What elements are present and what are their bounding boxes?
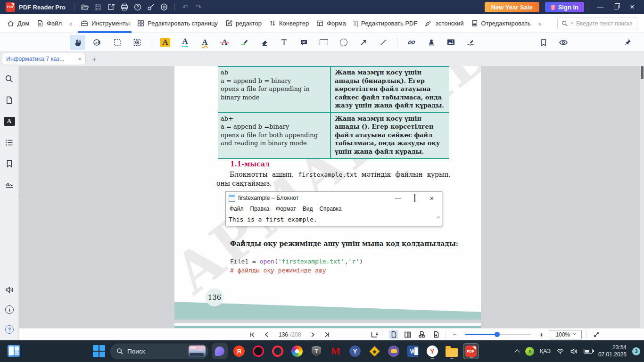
y-blue-app-button[interactable]: Y	[347, 343, 363, 359]
tray-overflow-chevron-icon[interactable]	[515, 349, 520, 354]
sidebar-help-button[interactable]: ?	[3, 323, 16, 336]
stamp-button[interactable]	[423, 35, 439, 50]
menu-form[interactable]: Форма	[316, 14, 346, 33]
color-wheel-app-button[interactable]	[289, 343, 305, 359]
yandex-browser-button[interactable]: Y	[424, 343, 440, 359]
sidebar-outline-button[interactable]	[3, 136, 16, 148]
search-input[interactable]	[576, 20, 632, 27]
link-button[interactable]	[404, 35, 419, 50]
menu-home[interactable]: Дом	[7, 14, 29, 33]
sign-in-button[interactable]: Sign in	[545, 2, 584, 12]
menu-converter[interactable]: Конвертер	[269, 14, 309, 33]
word-button[interactable]: W	[405, 343, 421, 359]
eraser-button[interactable]	[256, 35, 272, 50]
sidebar-search-button[interactable]	[3, 73, 16, 85]
menu-scroll-left-icon[interactable]: ‹	[69, 19, 73, 27]
scrollbar-thumb[interactable]	[641, 66, 644, 79]
fullscreen-button[interactable]	[592, 330, 601, 339]
restore-button[interactable]	[608, 1, 624, 13]
zoom-out-button[interactable]: −	[451, 330, 458, 338]
read-aloud-button[interactable]: a	[90, 35, 105, 50]
opera-button[interactable]	[270, 343, 286, 359]
close-button[interactable]: ×	[624, 1, 640, 13]
help-button[interactable]	[131, 1, 144, 13]
line-shape-button[interactable]	[375, 35, 391, 50]
bookmark-button[interactable]	[536, 35, 551, 50]
two-page-view-button[interactable]	[403, 330, 413, 339]
hand-tool-button[interactable]	[70, 35, 85, 50]
sidebar-bookmarks-button[interactable]	[3, 157, 16, 170]
marquee-select-button[interactable]	[109, 35, 125, 50]
rectangle-shape-button[interactable]	[316, 35, 331, 50]
zoom-slider[interactable]	[465, 334, 531, 335]
sidebar-thumbnails-button[interactable]	[3, 94, 16, 106]
current-page-value[interactable]: 136	[279, 331, 288, 338]
menu-edit-pdf[interactable]: T|Редактировать PDF	[353, 14, 418, 33]
image-button[interactable]	[443, 35, 459, 50]
circle-shape-button[interactable]	[336, 35, 351, 50]
first-page-button[interactable]	[248, 330, 257, 339]
squiggly-underline-button[interactable]: A	[197, 35, 213, 50]
text-tool-button[interactable]: T	[276, 35, 292, 50]
zoom-slider-knob[interactable]	[495, 332, 500, 337]
menu-scroll-right-icon[interactable]: ›	[538, 19, 542, 27]
yandex-app-button[interactable]: Я	[231, 343, 247, 359]
widgets-button[interactable]	[8, 345, 20, 357]
arrow-shape-button[interactable]: ↗	[355, 35, 371, 50]
previous-page-button[interactable]	[262, 330, 271, 339]
share-button[interactable]	[105, 1, 118, 13]
new-year-sale-button[interactable]: New Year Sale	[485, 2, 539, 12]
pdf-reader-taskbar-button[interactable]: PDF	[463, 343, 479, 359]
gamepad-app-button[interactable]	[386, 343, 402, 359]
signature-button[interactable]	[463, 35, 479, 50]
antivirus-tray-icon[interactable]: +	[525, 347, 534, 356]
pin-toolbar-button[interactable]	[620, 35, 636, 50]
menu-file[interactable]: Файл	[36, 14, 62, 33]
file-explorer-button[interactable]	[444, 343, 460, 359]
view-eye-button[interactable]	[555, 35, 571, 50]
vertical-scrollbar[interactable]	[640, 66, 644, 328]
sidebar-signature-button[interactable]	[3, 179, 16, 191]
language-indicator[interactable]: ҚАЗ	[540, 348, 551, 354]
clock[interactable]: 23:54 07.01.2025	[598, 344, 627, 358]
freehand-pen-button[interactable]	[237, 35, 252, 50]
m-app-button[interactable]: М	[328, 343, 344, 359]
continuous-scroll-button[interactable]	[431, 330, 441, 339]
password-key-button[interactable]	[144, 1, 157, 13]
sidebar-info-button[interactable]: i	[3, 304, 16, 316]
menu-tools[interactable]: Инструменты	[80, 14, 130, 33]
undo-icon[interactable]: ↶	[179, 1, 192, 13]
taskbar-search[interactable]: Поиск	[110, 344, 208, 359]
weather-widget-image[interactable]	[189, 346, 206, 357]
last-page-button[interactable]	[322, 330, 332, 339]
fit-width-button[interactable]	[370, 330, 379, 339]
menu-editor[interactable]: редактор	[225, 14, 262, 33]
menu-edit-page[interactable]: Редактировать страницу	[137, 14, 218, 33]
single-page-view-button[interactable]	[389, 330, 398, 339]
opera-gx-button[interactable]	[250, 343, 266, 359]
sidebar-read-aloud-button[interactable]	[3, 284, 16, 296]
battery-icon[interactable]	[584, 349, 593, 354]
zoom-area-button[interactable]	[129, 35, 145, 50]
diamond-game-button[interactable]	[366, 343, 382, 359]
minimize-button[interactable]: —	[592, 1, 608, 13]
chat-app-button[interactable]	[212, 343, 228, 359]
notification-badge[interactable]: 3	[632, 347, 640, 355]
settings-button[interactable]	[157, 1, 171, 13]
zoom-level-dropdown[interactable]: 100%	[550, 330, 582, 339]
save-button[interactable]	[91, 1, 105, 13]
open-file-button[interactable]	[78, 1, 91, 13]
wifi-icon[interactable]	[556, 348, 564, 354]
print-button[interactable]	[118, 1, 131, 13]
tanks-game-button[interactable]: T	[308, 343, 324, 359]
new-tab-button[interactable]: +	[89, 54, 100, 65]
sidebar-annotations-button[interactable]: A	[3, 115, 16, 127]
tab-close-icon[interactable]: ×	[78, 56, 82, 63]
volume-icon[interactable]	[570, 348, 578, 355]
underline-text-button[interactable]: A	[177, 35, 193, 50]
highlight-text-button[interactable]: A	[157, 35, 173, 50]
redo-icon[interactable]: ↷	[192, 1, 205, 13]
strikethrough-button[interactable]: A	[217, 35, 232, 50]
search-box[interactable]	[557, 17, 637, 30]
document-tab[interactable]: Информатика 7 каз... ×	[2, 53, 86, 65]
